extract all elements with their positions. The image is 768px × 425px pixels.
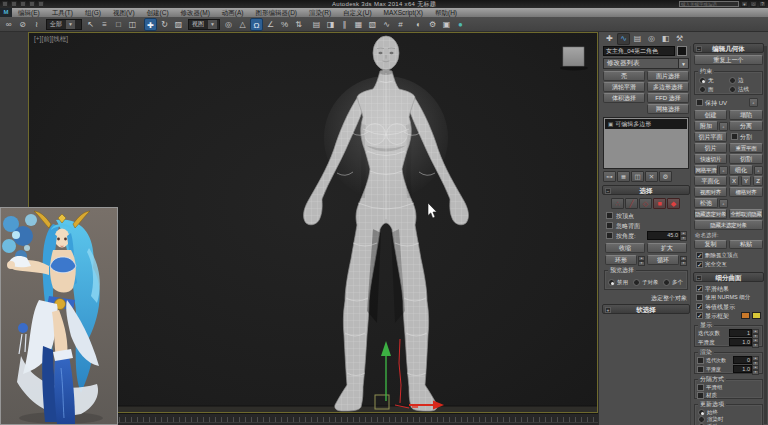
bind-to-space-warp-icon[interactable]: ≀ xyxy=(30,18,43,31)
by-vertex-checkbox[interactable] xyxy=(606,212,613,219)
menu-tools[interactable]: 工具(T) xyxy=(46,8,79,17)
menu-group[interactable]: 组(G) xyxy=(79,8,107,17)
ring-spinner[interactable]: ▲▼ xyxy=(638,256,645,264)
motion-tab-icon[interactable]: ◎ xyxy=(645,33,658,45)
modify-tab-icon[interactable]: ∿ xyxy=(617,33,630,45)
snap-toggle-3d-icon[interactable]: Ω xyxy=(250,18,263,31)
hierarchy-tab-icon[interactable]: ▤ xyxy=(631,33,644,45)
preserve-uv-checkbox[interactable] xyxy=(696,99,703,106)
reference-image-window[interactable] xyxy=(0,207,118,425)
object-color-swatch[interactable] xyxy=(677,46,687,56)
full-interactivity-checkbox[interactable] xyxy=(696,261,703,268)
by-angle-spinner[interactable]: 45.0 ▲▼ xyxy=(647,231,687,240)
constraint-none-radio[interactable] xyxy=(699,77,706,84)
constraint-face-radio[interactable] xyxy=(699,86,706,93)
rectangular-selection-region-icon[interactable]: □ xyxy=(112,18,125,31)
relax-settings-button[interactable]: ▫ xyxy=(719,199,728,208)
slice-button[interactable]: 切片 xyxy=(694,143,727,153)
collapse-button[interactable]: 塌陷 xyxy=(729,110,763,120)
layer-manager-icon[interactable]: ▦ xyxy=(352,18,365,31)
edit-geometry-rollout-header[interactable]: − 编辑几何体 xyxy=(693,43,764,53)
make-planar-button[interactable]: 平面化 xyxy=(694,176,727,186)
create-button[interactable]: 创建 xyxy=(694,110,727,120)
update-always-radio[interactable] xyxy=(698,409,705,416)
smooth-result-checkbox[interactable] xyxy=(696,285,703,292)
material-editor-icon[interactable]: ◐ xyxy=(412,18,425,31)
rendered-frame-window-icon[interactable]: ▣ xyxy=(440,18,453,31)
unhide-all-button[interactable]: 全部取消隐藏 xyxy=(729,209,763,219)
grid-align-button[interactable]: 栅格对齐 xyxy=(729,187,763,197)
menu-modifiers[interactable]: 修改器(M) xyxy=(175,8,216,17)
menu-views[interactable]: 视图(V) xyxy=(107,8,141,17)
select-and-scale-icon[interactable]: ▨ xyxy=(172,18,185,31)
display-tab-icon[interactable]: ◧ xyxy=(659,33,672,45)
view-align-button[interactable]: 视图对齐 xyxy=(694,187,727,197)
selection-filter-dropdown[interactable]: 全部 ▼ xyxy=(46,19,82,30)
render-smoothness-spinner[interactable]: 1.0 ▲▼ xyxy=(733,365,759,373)
subdivision-rollout-header[interactable]: − 细分曲面 xyxy=(693,272,764,282)
isoline-display-checkbox[interactable] xyxy=(696,303,703,310)
smoothness-spinner[interactable]: 1.0 ▲▼ xyxy=(729,338,759,346)
select-by-name-icon[interactable]: ≡ xyxy=(98,18,111,31)
modifier-list-dropdown[interactable]: 修改器列表 ▼ xyxy=(603,58,689,69)
constraint-normal-radio[interactable] xyxy=(729,86,736,93)
modifier-button-shell[interactable]: 壳 xyxy=(603,71,645,81)
ring-button[interactable]: 环形 xyxy=(605,255,637,265)
slice-plane-button[interactable]: 切片平面 xyxy=(694,132,727,142)
angle-snap-toggle-icon[interactable]: ∠ xyxy=(264,18,277,31)
preview-off-radio[interactable] xyxy=(608,279,615,286)
menu-create[interactable]: 创建(C) xyxy=(141,8,175,17)
preview-subobj-radio[interactable] xyxy=(633,279,640,286)
shrink-button[interactable]: 收缩 xyxy=(605,243,645,253)
align-icon[interactable]: ∥ xyxy=(338,18,351,31)
spinner-arrows[interactable]: ▲▼ xyxy=(680,231,687,240)
ignore-backfacing-checkbox[interactable] xyxy=(606,222,613,229)
detach-button[interactable]: 分离 xyxy=(729,121,763,131)
grow-button[interactable]: 扩大 xyxy=(647,243,687,253)
polygon-mode-icon[interactable]: ■ xyxy=(653,198,666,209)
search-input[interactable] xyxy=(679,1,739,7)
favorites-star-icon[interactable]: ☆ xyxy=(750,1,757,7)
preview-multi-radio[interactable] xyxy=(663,279,670,286)
window-crossing-icon[interactable]: ◫ xyxy=(126,18,139,31)
modifier-button-turbosmooth[interactable]: 涡轮平滑 xyxy=(603,82,645,92)
cut-button[interactable]: 切割 xyxy=(729,154,763,164)
cage-color-swatch[interactable] xyxy=(741,312,750,319)
select-and-link-icon[interactable]: ∞ xyxy=(2,18,15,31)
modifier-button-mesh-select[interactable]: 网格选择 xyxy=(647,104,689,114)
tessellate-button[interactable]: 细化 xyxy=(729,165,753,175)
iterations-spinner[interactable]: 1 ▲▼ xyxy=(729,329,759,337)
stack-item-editable-poly[interactable]: ▣可编辑多边形 xyxy=(605,119,687,129)
relax-button[interactable]: 松弛 xyxy=(694,198,718,208)
render-iterations-spinner[interactable]: 0 ▲▼ xyxy=(733,356,759,364)
constraint-edge-radio[interactable] xyxy=(729,77,736,84)
edit-named-selection-sets-icon[interactable]: ▤ xyxy=(310,18,323,31)
configure-modifier-sets-icon[interactable]: ⚙ xyxy=(659,171,672,182)
planar-x-button[interactable]: X xyxy=(729,176,739,186)
menu-customize[interactable]: 自定义(U) xyxy=(337,8,378,17)
create-tab-icon[interactable]: ✚ xyxy=(603,33,616,45)
vertex-mode-icon[interactable]: ∴ xyxy=(611,198,624,209)
border-mode-icon[interactable]: ◇ xyxy=(639,198,652,209)
quickslice-button[interactable]: 快速切片 xyxy=(694,154,727,164)
attach-button[interactable]: 附加 xyxy=(694,121,718,131)
select-object-icon[interactable]: ↖ xyxy=(84,18,97,31)
menu-help[interactable]: 帮助(H) xyxy=(429,8,463,17)
modifier-button-ffd-select[interactable]: FFD 选择 xyxy=(647,93,689,103)
preserve-uv-settings-button[interactable]: ▫ xyxy=(749,98,758,107)
selection-rollout-header[interactable]: − 选择 xyxy=(602,185,690,195)
panel-scrollbar[interactable] xyxy=(764,46,767,424)
utilities-tab-icon[interactable]: ⚒ xyxy=(673,33,686,45)
curve-editor-icon[interactable]: ∿ xyxy=(380,18,393,31)
menu-rendering[interactable]: 渲染(R) xyxy=(303,8,337,17)
schematic-view-icon[interactable]: # xyxy=(394,18,407,31)
select-and-rotate-icon[interactable]: ↻ xyxy=(158,18,171,31)
percent-snap-toggle-icon[interactable]: % xyxy=(278,18,291,31)
menu-graph-editors[interactable]: 图形编辑器(D) xyxy=(250,8,304,17)
menu-maxscript[interactable]: MAXScript(X) xyxy=(378,8,429,17)
planar-y-button[interactable]: Y xyxy=(741,176,751,186)
loop-button[interactable]: 循环 xyxy=(647,255,679,265)
menu-edit[interactable]: 编辑(E) xyxy=(12,8,46,17)
attach-settings-button[interactable]: ▫ xyxy=(719,122,728,131)
copy-button[interactable]: 复制 xyxy=(694,240,727,249)
